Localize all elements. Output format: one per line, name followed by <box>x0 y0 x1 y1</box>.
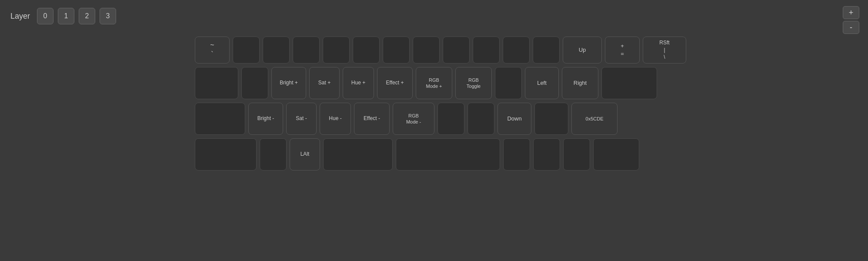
key-plus-eq[interactable]: + = <box>605 37 640 64</box>
key-sat-minus[interactable]: Sat - <box>286 103 317 135</box>
key-9[interactable] <box>473 37 500 64</box>
key-2[interactable] <box>263 37 290 64</box>
key-space1[interactable] <box>323 138 393 171</box>
minus-button[interactable]: - <box>843 21 859 34</box>
key-right[interactable]: Right <box>562 67 598 99</box>
layer-btn-2[interactable]: 2 <box>79 8 95 24</box>
key-empty-r3b[interactable] <box>467 103 494 135</box>
key-empty-r2[interactable] <box>495 67 522 99</box>
layer-label: Layer <box>10 12 30 21</box>
key-effect-minus[interactable]: Effect - <box>354 103 390 135</box>
key-hue-minus[interactable]: Hue - <box>320 103 351 135</box>
key-tilde[interactable]: ~ ` <box>195 37 230 64</box>
plus-button[interactable]: + <box>843 6 859 19</box>
key-row-2: Bright + Sat + Hue + Effect + RGB Mode +… <box>195 67 673 99</box>
key-rgb-mode-minus[interactable]: RGB Mode - <box>393 103 434 135</box>
layer-btn-0[interactable]: 0 <box>37 8 53 24</box>
key-3[interactable] <box>293 37 320 64</box>
key-empty-r3c[interactable] <box>534 103 568 135</box>
key-sat-plus[interactable]: Sat + <box>309 67 340 99</box>
key-row-3: Bright - Sat - Hue - Effect - RGB Mode -… <box>195 103 673 135</box>
key-rsft[interactable]: RSft | \ <box>643 37 686 64</box>
key-bot-empty5[interactable] <box>593 138 639 171</box>
key-8[interactable] <box>443 37 470 64</box>
layer-btn-1[interactable]: 1 <box>58 8 74 24</box>
key-7[interactable] <box>413 37 440 64</box>
key-bot-empty4[interactable] <box>563 138 590 171</box>
key-effect-plus[interactable]: Effect + <box>377 67 413 99</box>
key-caps[interactable] <box>195 103 245 135</box>
key-5[interactable] <box>353 37 380 64</box>
key-10[interactable] <box>503 37 530 64</box>
key-down[interactable]: Down <box>497 103 531 135</box>
key-hue-plus[interactable]: Hue + <box>343 67 374 99</box>
key-up[interactable]: Up <box>563 37 602 64</box>
key-bright-minus[interactable]: Bright - <box>248 103 283 135</box>
key-lalt[interactable]: LAlt <box>290 138 320 171</box>
key-rgb-toggle[interactable]: RGB Toggle <box>455 67 492 99</box>
key-hex[interactable]: 0x5CDE <box>571 103 618 135</box>
key-empty-r3a[interactable] <box>437 103 464 135</box>
key-row-1: ~ ` Up + = RSft | \ <box>195 37 673 64</box>
key-bot-empty2[interactable] <box>503 138 530 171</box>
key-lshift[interactable] <box>195 138 257 171</box>
key-4[interactable] <box>323 37 350 64</box>
key-tab[interactable] <box>195 67 238 99</box>
key-q[interactable] <box>241 67 268 99</box>
key-space2[interactable] <box>396 138 500 171</box>
layer-btn-3[interactable]: 3 <box>100 8 116 24</box>
key-1[interactable] <box>233 37 260 64</box>
header: Layer 0 1 2 3 <box>0 0 868 32</box>
corner-buttons: + - <box>843 6 859 34</box>
key-row-4: LAlt <box>195 138 673 171</box>
key-11[interactable] <box>533 37 560 64</box>
key-enter[interactable] <box>601 67 657 99</box>
key-left[interactable]: Left <box>525 67 559 99</box>
keyboard-area: ~ ` Up + = RSft | \ Bright + Sat + Hue +… <box>0 37 868 171</box>
key-bright-plus[interactable]: Bright + <box>271 67 306 99</box>
key-6[interactable] <box>383 37 410 64</box>
keyboard: ~ ` Up + = RSft | \ Bright + Sat + Hue +… <box>195 37 673 171</box>
key-bot-empty1[interactable] <box>260 138 287 171</box>
key-rgb-mode-plus[interactable]: RGB Mode + <box>416 67 452 99</box>
key-bot-empty3[interactable] <box>533 138 560 171</box>
